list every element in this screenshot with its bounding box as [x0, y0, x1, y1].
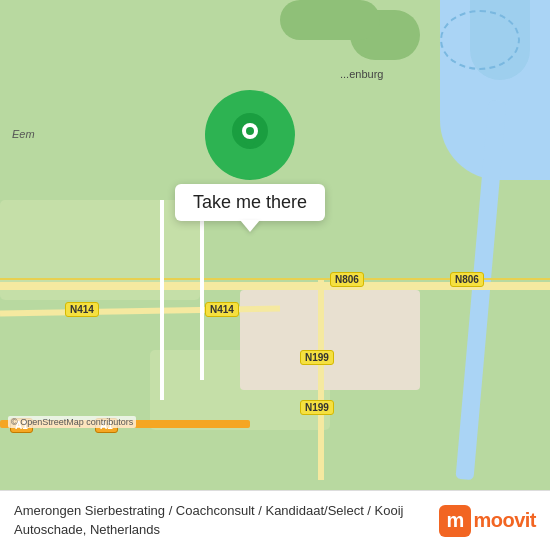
- place-label-eem: Eem: [12, 128, 35, 140]
- road-label-n414-1: N414: [65, 302, 99, 317]
- svg-point-2: [246, 127, 254, 135]
- moovit-logo: m moovit: [439, 505, 536, 537]
- callout-bubble: [205, 90, 295, 180]
- moovit-wordmark: moovit: [473, 509, 536, 532]
- take-me-there-label: Take me there: [193, 192, 307, 212]
- place-label-enburg: ...enburg: [340, 68, 383, 80]
- road-label-n414-2: N414: [205, 302, 239, 317]
- forest-2: [280, 0, 380, 40]
- road-small-1: [160, 200, 164, 400]
- road-n199: [318, 280, 324, 480]
- osm-attribution: © OpenStreetMap contributors: [8, 416, 136, 428]
- road-label-n806-1: N806: [330, 272, 364, 287]
- location-pin-icon: [232, 113, 268, 157]
- road-label-n806-2: N806: [450, 272, 484, 287]
- bottom-bar: Amerongen Sierbestrating / Coachconsult …: [0, 490, 550, 550]
- map-container: N414 N414 N806 N806 N199 N199 A1 A1 Eem …: [0, 0, 550, 490]
- road-label-n199-2: N199: [300, 400, 334, 415]
- take-me-there-button[interactable]: Take me there: [175, 184, 325, 221]
- road-label-n199-1: N199: [300, 350, 334, 365]
- moovit-icon: m: [439, 505, 471, 537]
- callout-popup[interactable]: Take me there: [175, 90, 325, 232]
- callout-pointer: [240, 220, 260, 232]
- water-outline: [440, 10, 520, 70]
- location-name: Amerongen Sierbestrating / Coachconsult …: [14, 502, 439, 538]
